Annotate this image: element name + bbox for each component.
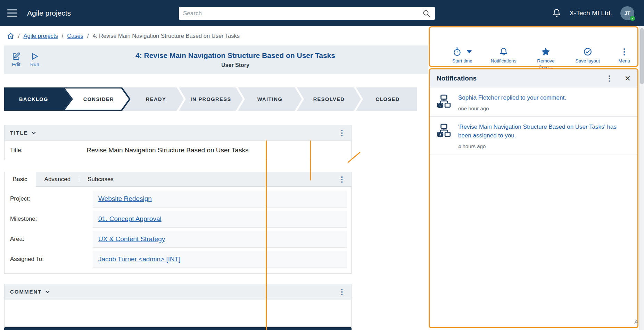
panel-kebab-menu-icon[interactable]: ⋮ — [606, 74, 613, 83]
user-avatar[interactable]: JT ✓ — [620, 6, 634, 20]
save-layout-label: Save layout — [576, 58, 600, 64]
kebab-menu-icon: ⋮ — [620, 47, 628, 56]
tab-subcases[interactable]: Subcases — [79, 172, 122, 187]
state-label-consider[interactable]: CONSIDER — [83, 87, 114, 111]
state-separator — [295, 87, 304, 111]
details-section-kebab-icon[interactable]: ⋮ — [338, 175, 346, 184]
online-status-badge: ✓ — [630, 16, 635, 21]
save-layout-button[interactable]: Save layout — [576, 46, 600, 70]
state-label-resolved[interactable]: RESOLVED — [313, 87, 345, 111]
comment-section-heading: COMMENT — [10, 289, 42, 295]
header-titles: 4: Revise Main Navigation Structure Base… — [56, 51, 428, 68]
start-time-button[interactable]: Start time — [452, 46, 472, 70]
search-input[interactable] — [183, 10, 422, 17]
edit-button[interactable]: Edit — [12, 52, 20, 67]
notification-link[interactable]: Sophia Fletcher replied to your comment. — [458, 93, 566, 102]
notifications-label: Notifications — [491, 58, 517, 64]
field-label: Milestone: — [10, 215, 93, 222]
comment-section-header[interactable]: COMMENT ⋮ — [5, 284, 351, 299]
notification-item[interactable]: ? Sophia Fletcher replied to your commen… — [430, 87, 637, 117]
title-section-kebab-icon[interactable]: ⋮ — [338, 129, 346, 137]
run-button[interactable]: Run — [30, 52, 39, 67]
notifications-panel: Notifications ⋮ × ? Sophia Fletcher repl… — [429, 68, 638, 328]
title-field-row: Title: Revise Main Navigation Structure … — [5, 141, 351, 160]
tab-basic[interactable]: Basic — [5, 172, 36, 187]
notifications-panel-header: Notifications ⋮ × — [430, 69, 637, 87]
page-title: 4: Revise Main Navigation Structure Base… — [56, 51, 414, 60]
activity-comment-icon: ? — [437, 93, 452, 111]
milestone-link[interactable]: 01. Concept Approval — [98, 215, 162, 222]
field-row-milestone: Milestone: 01. Concept Approval — [5, 209, 351, 229]
collapse-caret-icon[interactable] — [31, 131, 36, 135]
entity-header: Edit Run 4: Revise Main Navigation Struc… — [4, 45, 428, 74]
title-section: TITLE ⋮ Title: Revise Main Navigation St… — [4, 125, 352, 160]
activity-assigned-icon — [437, 122, 452, 149]
remove-from-button[interactable]: Remove from... — [535, 46, 557, 70]
collapse-caret-icon[interactable] — [45, 290, 50, 294]
notification-timestamp: one hour ago — [458, 105, 566, 111]
panel-close-icon[interactable]: × — [625, 74, 630, 83]
state-label-ready[interactable]: READY — [146, 87, 166, 111]
notification-timestamp: 4 hours ago — [458, 143, 631, 149]
notification-item[interactable]: 'Revise Main Navigation Structure Based … — [430, 117, 637, 154]
home-icon[interactable] — [7, 32, 14, 40]
field-value-cell[interactable]: Website Redesign — [93, 191, 347, 208]
notification-link[interactable]: 'Revise Main Navigation Structure Based … — [458, 122, 631, 140]
field-row-assigned-to: Assigned To: Jacob Turner <admin> [INT] — [5, 249, 351, 269]
save-layout-check-icon — [583, 47, 592, 56]
breadcrumb: / Agile projects / Cases / 4: Revise Mai… — [0, 26, 639, 45]
notifications-button[interactable]: Notifications — [491, 46, 517, 70]
field-row-area: Area: UX & Content Strategy — [5, 229, 351, 249]
bell-icon[interactable] — [552, 8, 561, 18]
menu-button[interactable]: ⋮ Menu — [618, 46, 630, 70]
area-link[interactable]: UX & Content Strategy — [98, 235, 165, 243]
tab-advanced[interactable]: Advanced — [36, 172, 79, 187]
edit-pencil-icon — [12, 52, 20, 61]
field-value-cell[interactable]: Jacob Turner <admin> [INT] — [93, 251, 347, 268]
field-label: Project: — [10, 195, 93, 202]
title-section-heading: TITLE — [10, 130, 28, 136]
details-fields: Project: Website Redesign Milestone: 01.… — [5, 187, 351, 273]
breadcrumb-separator: / — [18, 33, 20, 39]
state-separator — [236, 87, 245, 111]
top-navbar: Agile projects X-Tech MI Ltd. JT ✓ — [0, 0, 644, 26]
comment-body[interactable] — [5, 299, 351, 327]
details-section: Basic Advanced Subcases ⋮ Project: Websi… — [4, 172, 352, 274]
stray-letter: A — [634, 319, 638, 326]
company-name: X-Tech MI Ltd. — [570, 9, 612, 17]
title-field-value[interactable]: Revise Main Navigation Structure Based o… — [86, 146, 248, 154]
title-field-label: Title: — [10, 147, 86, 154]
header-actions: Edit Run — [4, 52, 56, 67]
global-search-box — [179, 7, 435, 20]
field-label: Assigned To: — [10, 256, 93, 263]
breadcrumb-cases[interactable]: Cases — [67, 33, 83, 39]
scrollbar-thumb[interactable] — [640, 28, 644, 84]
project-link[interactable]: Website Redesign — [98, 195, 152, 202]
assigned-to-link[interactable]: Jacob Turner <admin> [INT] — [98, 255, 181, 263]
title-section-header[interactable]: TITLE ⋮ — [5, 125, 351, 141]
field-value-cell[interactable]: 01. Concept Approval — [93, 211, 347, 228]
entity-type-label: User Story — [56, 62, 414, 68]
app-title: Agile projects — [27, 9, 71, 17]
next-section-edge — [4, 327, 352, 330]
state-label-backlog[interactable]: BACKLOG — [19, 87, 48, 111]
field-row-project: Project: Website Redesign — [5, 189, 351, 209]
state-label-waiting[interactable]: WAITING — [257, 87, 283, 111]
state-label-closed[interactable]: CLOSED — [375, 87, 399, 111]
field-value-cell[interactable]: UX & Content Strategy — [93, 231, 347, 248]
avatar-initials: JT — [624, 10, 630, 16]
state-label-in-progress[interactable]: IN PROGRESS — [190, 87, 231, 111]
search-icon[interactable] — [422, 9, 431, 18]
navbar-right-cluster: X-Tech MI Ltd. JT ✓ — [552, 0, 635, 26]
breadcrumb-agile-projects[interactable]: Agile projects — [24, 33, 58, 39]
details-tabbar: Basic Advanced Subcases ⋮ — [5, 172, 351, 187]
stopwatch-icon — [453, 47, 462, 56]
svg-text:?: ? — [439, 104, 441, 108]
edit-label: Edit — [12, 62, 20, 67]
comment-section-kebab-icon[interactable]: ⋮ — [338, 288, 346, 296]
notifications-bell-icon — [499, 47, 508, 56]
vertical-scrollbar[interactable] — [639, 26, 644, 330]
start-time-dropdown-caret-icon[interactable] — [467, 50, 472, 53]
hamburger-menu-icon[interactable] — [7, 9, 17, 17]
start-time-label: Start time — [452, 58, 472, 64]
